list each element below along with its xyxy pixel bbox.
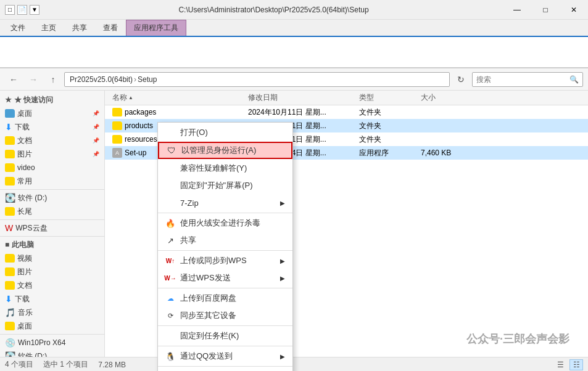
search-bar[interactable]: 🔍 <box>472 72 583 87</box>
close-button[interactable]: ✕ <box>560 0 588 20</box>
baidu-icon: ☁ <box>165 293 175 303</box>
watermark: 公众号·三郎会声会影 <box>466 332 569 346</box>
ctx-qq-send[interactable]: 🐧 通过QQ发送到 ▶ <box>158 348 292 365</box>
sidebar-this-pc-header[interactable]: ■ 此电脑 <box>0 238 104 251</box>
minimize-button[interactable]: — <box>503 0 531 20</box>
table-row[interactable]: packages 2024年10月11日 星期... 文件夹 <box>105 105 588 119</box>
tab-home[interactable]: 主页 <box>33 20 64 36</box>
tab-tools[interactable]: 应用程序工具 <box>126 20 186 36</box>
context-menu: 打开(O) 🛡 以管理员身份运行(A) 兼容性疑难解答(Y) 固定到"开始"屏幕… <box>157 122 293 371</box>
ctx-pin-taskbar[interactable]: 固定到任务栏(K) <box>158 327 292 344</box>
sidebar-item-desktop2[interactable]: 桌面 <box>0 319 104 333</box>
ctx-divider3 <box>158 288 292 288</box>
sidebar-quick-access-header[interactable]: ★ ★ 快速访问 <box>0 93 104 107</box>
folder-icon6 <box>5 207 15 216</box>
sidebar-item-docs[interactable]: 文档 📌 <box>0 134 104 147</box>
sidebar: ★ ★ 快速访问 桌面 📌 ⬇ 下载 📌 文档 📌 图片 📌 video <box>0 91 105 357</box>
window-icon3: ▼ <box>30 5 39 15</box>
ctx-7zip[interactable]: 7-Zip ▶ <box>158 194 292 211</box>
ctx-antivirus[interactable]: 🔥 使用火绒安全进行杀毒 <box>158 214 292 232</box>
folder-icon9 <box>5 281 15 290</box>
sidebar-item-desktop[interactable]: 桌面 📌 <box>0 107 104 120</box>
pin-taskbar-icon <box>165 331 175 341</box>
open-icon <box>165 128 175 137</box>
drive-icon2: 💿 <box>5 338 15 348</box>
sidebar-divider3 <box>0 236 104 237</box>
window-icon: □ <box>5 5 15 15</box>
sidebar-divider4 <box>0 334 104 335</box>
ribbon-tabs: 文件 主页 共享 查看 应用程序工具 <box>0 20 588 36</box>
folder-icon7 <box>5 254 15 263</box>
col-date[interactable]: 修改日期 <box>243 91 354 105</box>
submenu-arrow: ▶ <box>280 200 285 206</box>
share-icon: ↗ <box>165 235 175 245</box>
ctx-divider4 <box>158 325 292 326</box>
ctx-baidu[interactable]: ☁ 上传到百度网盘 <box>158 290 292 307</box>
tab-share[interactable]: 共享 <box>64 20 95 36</box>
selected-count: 选中 1 个项目 <box>43 359 88 370</box>
compat-icon <box>165 163 175 173</box>
title-path: C:\Users\Administrator\Desktop\Pr2025v25… <box>44 6 503 14</box>
address-bar[interactable]: Pr2025v25.0(64bit) › Setup <box>64 72 450 87</box>
exe-row-icon: A <box>112 148 122 158</box>
col-size[interactable]: 大小 <box>416 91 465 105</box>
ctx-divider5 <box>158 346 292 346</box>
col-type[interactable]: 类型 <box>354 91 416 105</box>
refresh-button[interactable]: ↻ <box>452 72 470 87</box>
sidebar-item-common[interactable]: 常用 <box>0 174 104 188</box>
nav-bar: ← → ↑ Pr2025v25.0(64bit) › Setup ↻ 🔍 <box>0 68 588 91</box>
folder-row-icon2 <box>112 121 122 130</box>
back-button[interactable]: ← <box>5 72 22 87</box>
folder-row-icon3 <box>112 135 122 144</box>
window-controls: — □ ✕ <box>503 0 588 20</box>
sidebar-item-drive-d2[interactable]: 💽 软件 (D:) <box>0 349 104 357</box>
folder-icon5 <box>5 177 15 186</box>
col-name[interactable]: 名称 ▲ <box>107 91 243 105</box>
forward-button[interactable]: → <box>25 72 42 87</box>
download-icon2: ⬇ <box>5 294 12 304</box>
sidebar-item-wps[interactable]: W WPS云盘 <box>0 221 104 235</box>
ribbon: 文件 主页 共享 查看 应用程序工具 <box>0 20 588 68</box>
ctx-wps-upload[interactable]: W↑ 上传或同步到WPS ▶ <box>158 252 292 269</box>
sidebar-item-music[interactable]: 🎵 音乐 <box>0 306 104 319</box>
wps-upload-icon: W↑ <box>165 256 175 266</box>
ctx-divider6 <box>158 366 292 367</box>
sidebar-item-drive-d[interactable]: 💽 软件 (D:) <box>0 191 104 205</box>
tab-file[interactable]: 文件 <box>2 20 33 36</box>
ctx-run-admin[interactable]: 🛡 以管理员身份运行(A) <box>158 142 292 159</box>
selected-size: 7.28 MB <box>98 361 126 369</box>
view-details-button[interactable]: ☷ <box>569 359 583 370</box>
up-button[interactable]: ↑ <box>44 72 62 87</box>
title-bar: □ 📄 ▼ C:\Users\Administrator\Desktop\Pr2… <box>0 0 588 20</box>
ctx-pin-start[interactable]: 固定到"开始"屏幕(P) <box>158 177 292 194</box>
ctx-divider2 <box>158 250 292 251</box>
ctx-restore[interactable]: 还原以前的版本(V) <box>158 368 292 371</box>
maximize-button[interactable]: □ <box>531 0 560 20</box>
sidebar-item-video[interactable]: video <box>0 161 104 174</box>
ctx-wps-send[interactable]: W→ 通过WPS发送 ▶ <box>158 269 292 287</box>
ctx-sync[interactable]: ⟳ 同步至其它设备 <box>158 307 292 324</box>
ctx-open[interactable]: 打开(O) <box>158 124 292 141</box>
search-icon: 🔍 <box>569 75 579 84</box>
sidebar-item-video2[interactable]: 视频 <box>0 251 104 265</box>
pin-icon: 📌 <box>93 110 99 116</box>
sidebar-item-chanwei[interactable]: 长尾 <box>0 205 104 218</box>
tab-view[interactable]: 查看 <box>95 20 126 36</box>
status-bar: 4 个项目 选中 1 个项目 7.28 MB ☰ ☷ <box>0 357 588 371</box>
ctx-share[interactable]: ↗ 共享 <box>158 232 292 249</box>
sort-arrow: ▲ <box>128 95 133 100</box>
sidebar-item-docs2[interactable]: 文档 <box>0 279 104 292</box>
pin-icon4: 📌 <box>93 151 99 157</box>
sidebar-item-download2[interactable]: ⬇ 下载 <box>0 292 104 306</box>
window-icon2: 📄 <box>17 5 27 15</box>
view-list-button[interactable]: ☰ <box>553 359 567 370</box>
sidebar-item-pics[interactable]: 图片 📌 <box>0 147 104 161</box>
breadcrumb-arrow: › <box>134 75 136 84</box>
sidebar-item-win10[interactable]: 💿 Win10Pro X64 <box>0 336 104 349</box>
search-input[interactable] <box>476 75 569 84</box>
ribbon-content <box>0 36 588 68</box>
sidebar-item-pics2[interactable]: 图片 <box>0 265 104 279</box>
ctx-compat[interactable]: 兼容性疑难解答(Y) <box>158 160 292 177</box>
sidebar-item-download[interactable]: ⬇ 下载 📌 <box>0 120 104 134</box>
main-area: ★ ★ 快速访问 桌面 📌 ⬇ 下载 📌 文档 📌 图片 📌 video <box>0 91 588 357</box>
